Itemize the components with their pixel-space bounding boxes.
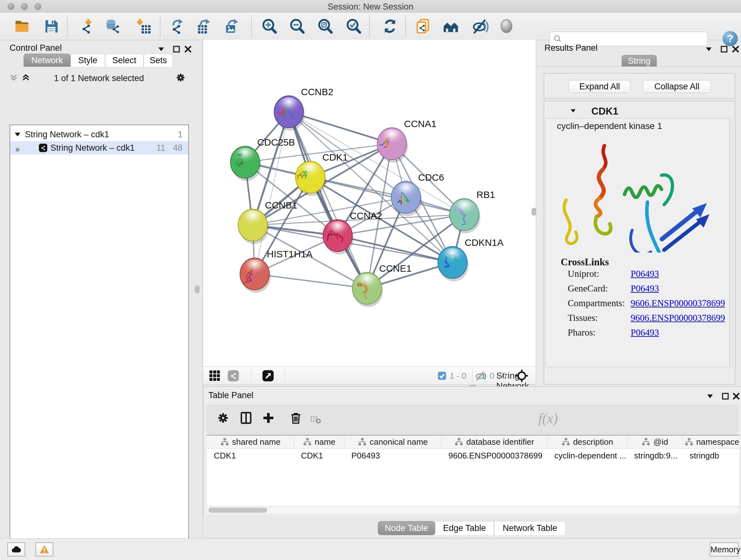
memory-button[interactable]: Memory [710,543,738,557]
results-scrollbar[interactable] [729,119,731,366]
column-header-namespace[interactable]: namespace [683,435,739,448]
refresh-view-icon[interactable] [381,17,399,35]
edge-CCNA2-CDKN1A[interactable] [338,236,453,262]
column-header-databaseidentifier[interactable]: database identifier [441,435,547,448]
panel-menu-caret-icon[interactable] [156,44,166,54]
zoom-fit-content-icon[interactable] [316,17,334,35]
node-HIST1H1A[interactable] [240,258,269,290]
warnings-button[interactable] [36,543,53,557]
table-hscrollbar-thumb[interactable] [208,508,267,513]
panel-float-icon[interactable] [719,44,729,54]
create-column-icon[interactable] [261,411,275,425]
cloud-status-button[interactable] [7,543,25,557]
hide-selected-icon[interactable] [471,17,489,35]
table-hscrollbar-track[interactable] [207,507,738,513]
edge-CCNB2-CCNE1[interactable] [289,112,367,288]
gene-collapse-caret-icon[interactable] [569,107,577,115]
network-collection-row[interactable]: String Network – cdk1 1 [10,128,188,141]
tab-edge-table[interactable]: Edge Table [435,521,494,535]
tab-style[interactable]: Style [71,54,105,67]
cell: CDK1 [207,451,294,461]
show-columns-icon[interactable] [239,411,253,425]
left-splitter-handle[interactable] [195,286,199,293]
string-network-graph[interactable]: CCNB2 CCNA1 CDC25B CDK1 CDC6 RB1 CCNB1 C… [203,40,536,366]
zoom-in-icon[interactable] [260,17,278,35]
node-CDC6[interactable] [391,181,421,213]
node-CCNA2[interactable] [323,220,352,252]
import-network-icon[interactable] [77,17,95,35]
node-CCNA1[interactable] [377,128,407,160]
grid-view-icon[interactable] [208,369,221,382]
tab-string[interactable]: String [622,55,657,67]
crosslink-link[interactable]: P06493 [630,327,659,337]
table-row[interactable]: CDK1CDK1P064939606.ENSP00000378699cyclin… [207,449,739,462]
node-CDK1[interactable] [295,161,325,193]
panel-float-icon[interactable] [172,44,181,54]
column-header-name[interactable]: name [294,435,344,448]
network-options-gear-icon[interactable] [175,72,186,83]
tab-select[interactable]: Select [105,54,144,67]
panel-float-icon[interactable] [721,391,730,401]
panel-menu-caret-icon[interactable] [704,44,714,54]
collapse-all-networks-icon[interactable] [9,73,18,82]
crosslink-link[interactable]: 9606.ENSP00000378699 [630,313,725,323]
network-canvas[interactable]: CCNB2 CCNA1 CDC25B CDK1 CDC6 RB1 CCNB1 C… [203,40,536,366]
import-network-from-database-icon[interactable] [104,17,122,35]
export-image-icon[interactable] [224,17,242,35]
panel-close-icon[interactable] [731,391,741,401]
crosslink-link[interactable]: P06493 [630,268,659,279]
network-row[interactable]: String Network – cdk1 11 48 [10,141,188,154]
fit-selection-crosshair-icon[interactable] [515,369,529,383]
clone-network-icon[interactable] [414,17,432,35]
node-table[interactable]: shared name name canonical name database… [207,435,739,506]
node-CCNE1[interactable] [352,272,382,304]
network-overview-share-icon[interactable] [227,369,240,382]
collapse-all-button[interactable]: Collapse All [643,80,711,93]
node-CDKN1A[interactable] [438,246,467,278]
selected-nodes-checkbox[interactable] [437,371,447,381]
node-CCNB2[interactable] [274,96,304,128]
expand-all-networks-icon[interactable] [21,73,30,82]
crosslink-row: Compartments: 9606.ENSP00000378699 [568,298,725,308]
separator [251,368,252,383]
crosslink-link[interactable]: P06493 [630,283,659,294]
expand-all-button[interactable]: Expand All [569,80,630,93]
tab-network[interactable]: Network [23,54,71,67]
panel-close-icon[interactable] [731,44,740,54]
open-session-button[interactable] [13,17,31,35]
node-label-CCNB1: CCNB1 [265,200,297,210]
crosslink-label: Tissues: [568,313,628,323]
gene-description: cyclin–dependent kinase 1 [557,121,662,131]
column-header-canonicalname[interactable]: canonical name [344,435,441,448]
column-header-description[interactable]: description [547,435,627,448]
birdseye-view-icon[interactable] [262,369,274,382]
right-splitter-handle[interactable] [532,208,536,215]
column-header-id[interactable]: @id [627,435,683,448]
node-label-CDKN1A: CDKN1A [465,237,503,248]
node-CCNB1[interactable] [238,209,267,241]
crosslink-link[interactable]: 9606.ENSP00000378699 [630,298,725,308]
save-session-button[interactable] [43,17,60,35]
node-RB1[interactable] [450,199,479,231]
panel-menu-caret-icon[interactable] [705,391,715,401]
export-network-icon[interactable] [169,17,186,35]
tab-node-table[interactable]: Node Table [378,521,435,535]
zoom-out-icon[interactable] [288,17,306,35]
show-all-icon[interactable] [497,17,515,35]
export-table-icon[interactable] [196,17,213,35]
import-table-icon[interactable] [134,17,152,35]
hidden-elements-icon[interactable] [475,370,486,381]
column-header-sharedname[interactable]: shared name [207,435,294,448]
string-protein-query-icon[interactable] [442,17,460,35]
zoom-selected-icon[interactable] [345,17,362,35]
table-options-gear-icon[interactable] [216,411,230,425]
tab-sets[interactable]: Sets [144,54,173,67]
node-CDC25B[interactable] [230,146,260,178]
network-state-dot-icon [15,145,20,151]
panel-close-icon[interactable] [183,44,193,54]
collection-collapse-icon[interactable] [13,130,22,139]
delete-column-icon[interactable] [289,411,303,425]
toolbar-separator [251,16,252,37]
tab-network-table[interactable]: Network Table [494,521,566,535]
edge-HIST1H1A-CCNE1[interactable] [255,274,367,288]
